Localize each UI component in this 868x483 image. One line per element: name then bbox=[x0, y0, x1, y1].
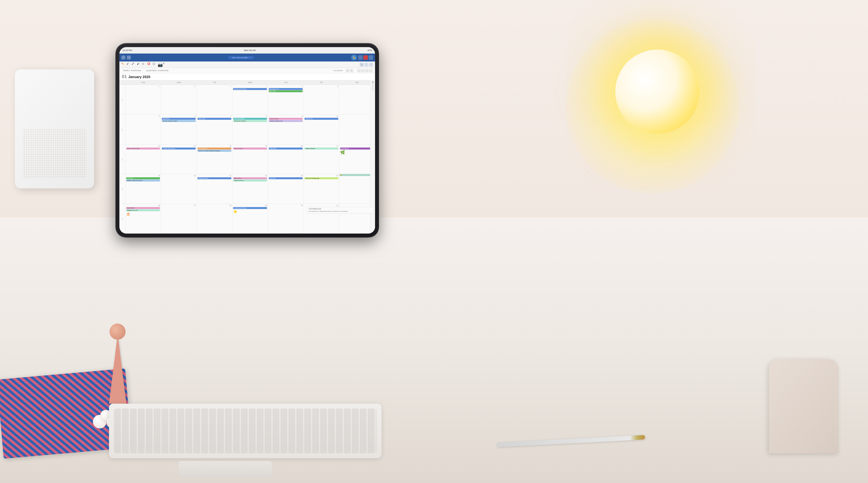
nav-back-icon[interactable]: ← bbox=[121, 56, 125, 59]
day-header-mon: MON bbox=[161, 80, 197, 85]
day-jan-27: 27 bbox=[161, 204, 197, 233]
affirmation-box: AFFIRMATION just because it's taking tim… bbox=[306, 206, 375, 215]
cal-next-btn[interactable]: › bbox=[350, 69, 353, 73]
keyboard[interactable] bbox=[109, 404, 381, 458]
day-header-sun: SUN bbox=[125, 80, 161, 85]
day-jan-3: 3 bbox=[304, 85, 339, 114]
event-mlk[interactable]: Martin Luther King Day bbox=[126, 179, 160, 181]
event-phone-bill[interactable]: Phone bill bbox=[197, 118, 231, 120]
calendar-label: CALENDAR bbox=[334, 70, 343, 72]
record-icon[interactable] bbox=[363, 55, 368, 60]
zoom-tool[interactable]: 🔍 bbox=[360, 63, 364, 67]
lamp-sphere bbox=[615, 50, 700, 134]
day-jan-4: 4 bbox=[339, 85, 375, 114]
day-jan-16: 16 MEETING bbox=[268, 144, 304, 174]
day-jan-5: 5 bbox=[125, 115, 161, 144]
event-appointment[interactable]: APPOINTMENT bbox=[233, 118, 267, 120]
week-spacer bbox=[119, 80, 125, 85]
event-mortgage[interactable]: Mortgage due bbox=[269, 88, 303, 90]
day-num: 22 bbox=[233, 175, 267, 177]
day-num: 28 bbox=[197, 204, 231, 206]
day-jan-22: 22 BIRTHDAY Jasper turns 3 bbox=[232, 174, 268, 204]
week-1-label: W1 bbox=[119, 85, 125, 114]
image-tool[interactable]: 📷 bbox=[158, 62, 162, 67]
day-num: 29 bbox=[126, 85, 160, 87]
event-fridge[interactable]: Fridge delivery bbox=[305, 147, 338, 149]
cloud-icon[interactable] bbox=[358, 55, 363, 60]
text-tool[interactable]: T bbox=[163, 62, 167, 67]
shape-tool[interactable]: ◯ bbox=[153, 62, 157, 67]
event-leave-by-5-2[interactable]: leave by 5pm bbox=[233, 147, 267, 149]
day-num: 18 bbox=[340, 145, 374, 147]
add-icon[interactable] bbox=[361, 69, 365, 73]
event-birthday-self[interactable]: My birthday bbox=[340, 147, 374, 149]
day-jan-7: 7 Phone bill bbox=[197, 115, 232, 144]
day-jan-26: 26 BIRTHDAY Maggie turns 29 🎂 bbox=[125, 204, 161, 233]
eraser-tool[interactable]: ◻ bbox=[142, 62, 147, 67]
pencil-tool[interactable]: ✏️ bbox=[121, 62, 126, 67]
event-nicole[interactable]: Nicole re: product design packaging bbox=[197, 150, 231, 152]
event-shop-gift[interactable]: Shop for birthday gift bbox=[305, 177, 338, 179]
action-tool[interactable] bbox=[364, 63, 368, 67]
nav-forward-icon[interactable]: → bbox=[127, 56, 131, 59]
yearly-overview-tab[interactable]: YEARLY OVERVIEW bbox=[122, 69, 142, 72]
chair bbox=[739, 359, 838, 483]
week-row-4: W4 19 DAY OFF Martin Luther King Day 20 … bbox=[119, 174, 375, 204]
nav-bar: YEARLY OVERVIEW QUARTERLY OVERVIEW CALEN… bbox=[119, 68, 375, 74]
cal-prev-btn[interactable]: ‹ bbox=[346, 69, 349, 73]
day-jan-6: 6 MEETING remote call @ 1:45pm bbox=[161, 115, 197, 144]
day-num: 12 bbox=[126, 145, 160, 147]
weeks-container: W1 29 30 31 1 Credit card bill due bbox=[119, 85, 375, 233]
affirmation-area: 😊 bbox=[339, 174, 375, 204]
day-num: 21 bbox=[197, 175, 231, 177]
day-header-fri: FRI bbox=[304, 80, 339, 85]
day-jan-10: 10 internet bill bbox=[304, 115, 339, 144]
event-chip[interactable]: Credit card bill due bbox=[233, 88, 267, 90]
event-leave-by-5[interactable]: leave by 5pm bbox=[269, 118, 303, 120]
event-internet-bill[interactable]: internet bill bbox=[305, 118, 338, 120]
event-birthday-maggie[interactable]: BIRTHDAY bbox=[126, 207, 160, 209]
notebook-selector[interactable]: GN > Jan-Jun 2025 → bbox=[228, 56, 254, 59]
event-birthday-jasper[interactable]: BIRTHDAY bbox=[233, 177, 267, 179]
event-work-trip[interactable]: work trip bbox=[269, 177, 303, 179]
event-vacation[interactable]: Family vacation trip bbox=[269, 120, 303, 122]
event-cc-bill-3[interactable]: Credit card bill due bbox=[233, 207, 267, 209]
lasso-tool[interactable]: ⭕ bbox=[147, 62, 152, 67]
day-jan-24: 24 Shop for birthday gift bbox=[304, 174, 339, 204]
event-maggie[interactable]: Maggie turns 29 bbox=[126, 209, 160, 211]
event-jasper[interactable]: Jasper turns 3 bbox=[233, 179, 267, 181]
event-follow-up[interactable]: FOLLOW UP bbox=[197, 147, 231, 149]
status-time: 12:43 PM bbox=[122, 49, 132, 52]
fullscreen-icon[interactable] bbox=[369, 69, 373, 73]
day-jan-20: 20 bbox=[161, 174, 197, 204]
week-4-label: W4 bbox=[119, 174, 125, 204]
edit-icon[interactable] bbox=[357, 69, 361, 73]
settings-icon[interactable] bbox=[365, 69, 369, 73]
event-meeting[interactable]: MEETING bbox=[162, 118, 196, 120]
event-payday[interactable]: PAY DAY bbox=[269, 90, 303, 92]
marker-tool[interactable]: 🖍 bbox=[132, 62, 136, 67]
event-day-off[interactable]: DAY OFF bbox=[126, 177, 160, 179]
quarterly-overview-tab[interactable]: QUARTERLY OVERVIEW bbox=[145, 69, 170, 72]
event-meeting-2[interactable]: MEETING bbox=[269, 147, 303, 149]
day-num: 11 bbox=[340, 115, 374, 117]
day-num: 24 bbox=[305, 175, 338, 177]
air-purifier-grid bbox=[22, 129, 87, 178]
event-remote-call[interactable]: remote call @ 1:45pm bbox=[162, 120, 196, 122]
cone-decoration bbox=[109, 329, 126, 404]
grid-tool[interactable] bbox=[369, 63, 373, 67]
event-dentist[interactable]: dentist @ 3:30pm bbox=[233, 120, 267, 122]
day-jan-12: 12 date & movie night bbox=[125, 144, 161, 174]
scroll-indicator-2 bbox=[372, 83, 374, 85]
event-utilities[interactable]: Utilities bill due bbox=[197, 177, 231, 179]
event-date-night[interactable]: date & movie night bbox=[126, 147, 160, 149]
share-icon[interactable] bbox=[369, 55, 373, 60]
trackpad[interactable] bbox=[178, 461, 273, 478]
highlighter-tool[interactable]: 🖌 bbox=[137, 62, 142, 67]
chair-back bbox=[769, 359, 838, 453]
drawing-toolbar: ✏️ 🖊 🖍 🖌 ◻ ⭕ ◯ 📷 T 🔍 bbox=[119, 61, 375, 68]
air-purifier bbox=[15, 69, 94, 189]
event-cc-bill-2[interactable]: Credit card bill due bbox=[162, 147, 196, 149]
ipad-screen: 12:43 PM Mon Oct 28 67% ← → GN > Jan-Jun… bbox=[119, 47, 375, 233]
pen-tool[interactable]: 🖊 bbox=[127, 62, 131, 67]
